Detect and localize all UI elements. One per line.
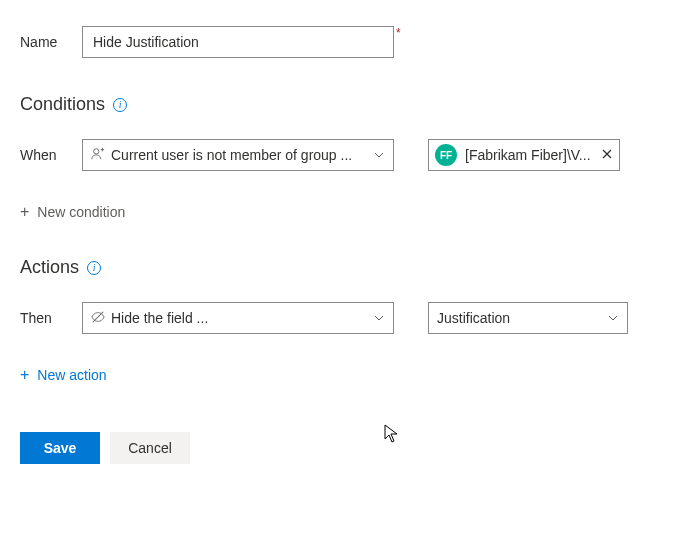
- group-chip[interactable]: FF [Fabrikam Fiber]\V...: [428, 139, 620, 171]
- add-action-label: New action: [37, 367, 106, 383]
- chevron-down-icon: [607, 312, 619, 324]
- actions-header: Actions: [20, 257, 79, 278]
- save-button[interactable]: Save: [20, 432, 100, 464]
- add-action-button[interactable]: + New action: [20, 366, 107, 384]
- plus-icon: +: [20, 366, 29, 384]
- then-label: Then: [20, 310, 82, 326]
- name-input[interactable]: [82, 26, 394, 58]
- action-dropdown[interactable]: Hide the field ...: [82, 302, 394, 334]
- action-dropdown-text: Hide the field ...: [111, 310, 367, 326]
- person-icon: [91, 147, 105, 164]
- required-mark: *: [396, 26, 401, 40]
- when-condition-text: Current user is not member of group ...: [111, 147, 367, 163]
- plus-icon: +: [20, 203, 29, 221]
- chevron-down-icon: [373, 149, 385, 161]
- when-label: When: [20, 147, 82, 163]
- name-label: Name: [20, 34, 82, 50]
- svg-point-0: [94, 148, 99, 153]
- field-dropdown[interactable]: Justification: [428, 302, 628, 334]
- close-icon[interactable]: [601, 147, 613, 163]
- group-chip-text: [Fabrikam Fiber]\V...: [465, 147, 591, 163]
- conditions-header: Conditions: [20, 94, 105, 115]
- chevron-down-icon: [373, 312, 385, 324]
- add-condition-button[interactable]: + New condition: [20, 203, 125, 221]
- when-condition-dropdown[interactable]: Current user is not member of group ...: [82, 139, 394, 171]
- add-condition-label: New condition: [37, 204, 125, 220]
- info-icon[interactable]: i: [87, 261, 101, 275]
- group-avatar: FF: [435, 144, 457, 166]
- cancel-button[interactable]: Cancel: [110, 432, 190, 464]
- field-dropdown-text: Justification: [437, 310, 601, 326]
- hide-icon: [91, 310, 105, 327]
- info-icon[interactable]: i: [113, 98, 127, 112]
